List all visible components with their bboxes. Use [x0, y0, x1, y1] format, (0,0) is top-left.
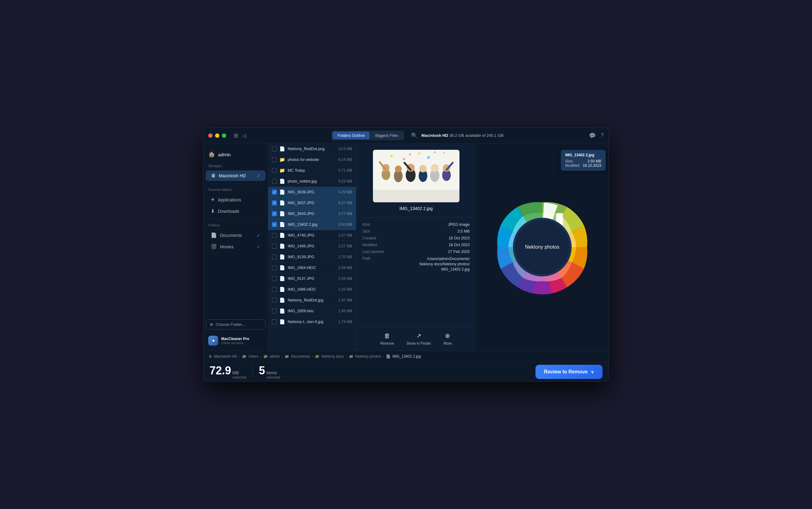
breadcrumb-item-documents[interactable]: 📁 Documents	[285, 354, 310, 359]
created-label: Created	[362, 236, 384, 240]
breadcrumb-item-admin[interactable]: 📁 admin	[263, 354, 280, 359]
file-breadcrumb-icon: 📄	[386, 354, 391, 359]
file-list-item[interactable]: 📄IMG_1964.HEIC2.58 MB	[268, 263, 356, 273]
file-checkbox[interactable]	[272, 146, 277, 151]
tooltip-size-label: Size:	[565, 159, 574, 163]
breadcrumb-item-nektony-photos[interactable]: 📁 Nektony photos	[349, 354, 381, 359]
back-icon[interactable]: ◁	[242, 132, 246, 139]
choose-folder-button[interactable]: ⊕ Choose Folder...	[206, 319, 265, 330]
movies-check-icon: ✓	[257, 244, 260, 249]
sidebar-storage-name: Macintosh HD	[219, 173, 246, 178]
file-size: 2.58 MB	[338, 266, 352, 270]
file-checkbox[interactable]	[272, 309, 277, 313]
file-list-panel: 📄Nektony_RedDot.png12.0 MB📁photos for we…	[268, 144, 356, 350]
preview-image	[373, 150, 459, 202]
sidebar-toggle-icon[interactable]: ⊞	[234, 132, 238, 139]
show-in-finder-button[interactable]: ↗ Show in Finder	[406, 332, 431, 346]
file-list-item[interactable]: 📄IMG_9137.JPG2.58 MB	[268, 273, 356, 284]
movies-icon: 🎬	[211, 244, 217, 249]
file-list-item[interactable]: 📄IMG_1466.JPG3.27 MB	[268, 241, 356, 252]
sidebar-item-applications[interactable]: ✈ Applications	[206, 194, 265, 205]
file-list-item[interactable]: 📁photos for website8.16 MB	[268, 155, 356, 165]
file-checkbox[interactable]: ✓	[272, 222, 277, 227]
biggest-files-tab[interactable]: Biggest Files	[370, 132, 403, 139]
more-button[interactable]: ⊕ More	[444, 332, 452, 346]
file-list-item[interactable]: ✓📄IMG_3639.JPG4.29 MB	[268, 187, 356, 198]
file-list-item[interactable]: 📄IMG_9139.JPG2.70 MB	[268, 252, 356, 263]
file-list-item[interactable]: 📄IMG_4740.JPG3.37 MB	[268, 230, 356, 241]
review-to-remove-button[interactable]: Review to Remove ∨	[535, 365, 603, 379]
file-list-item[interactable]: ✓📄IMG_3637.JPG4.27 MB	[268, 198, 356, 208]
file-list-item[interactable]: 📄Nektony_RedDot.jpg1.97 MB	[268, 295, 356, 306]
sidebar-divider-2	[208, 219, 263, 219]
file-checkbox[interactable]: ✓	[272, 211, 277, 216]
items-count-number: 5	[259, 364, 265, 377]
file-checkbox[interactable]	[272, 179, 277, 184]
file-checkbox[interactable]	[272, 168, 277, 173]
file-checkbox[interactable]: ✓	[272, 190, 277, 195]
file-list-item[interactable]: 📄Nektony_RedDot.png12.0 MB	[268, 144, 356, 155]
svg-point-3	[409, 154, 411, 155]
svg-rect-24	[373, 190, 459, 202]
created-value: 18 Oct 2023	[390, 236, 469, 240]
breadcrumb-sep-1: ›	[239, 354, 240, 359]
sidebar-divider-1	[208, 184, 263, 184]
file-checkbox[interactable]: ✓	[272, 200, 277, 205]
minimize-button[interactable]	[215, 133, 219, 138]
file-list-item[interactable]: 📁MC Today5.71 MB	[268, 165, 356, 176]
file-list-item[interactable]: 📄photo_reddot.jpg5.22 MB	[268, 176, 356, 187]
folder-nektony-docs-icon: 📁	[315, 354, 320, 359]
file-checkbox[interactable]	[272, 157, 277, 162]
svg-point-7	[434, 151, 436, 153]
breadcrumb-item-nektony-docs[interactable]: 📁 Nektony docs	[315, 354, 344, 359]
file-list-item[interactable]: 📄IMG_1959.heic1.89 MB	[268, 306, 356, 316]
sidebar-item-documents[interactable]: 📄 Documents ✓	[206, 230, 265, 241]
file-checkbox[interactable]	[272, 298, 277, 303]
file-name: MC Today	[288, 168, 336, 173]
help-icon[interactable]: ?	[600, 132, 604, 139]
close-button[interactable]	[208, 133, 213, 138]
sidebar-item-downloads[interactable]: ⬇ Downloads	[206, 206, 265, 216]
sidebar-item-movies[interactable]: 🎬 Movies ✓	[206, 241, 265, 252]
file-size: 1.89 MB	[338, 309, 352, 313]
file-size: 8.16 MB	[338, 158, 352, 162]
chat-icon[interactable]: 💬	[589, 132, 596, 139]
remove-button[interactable]: 🗑 Remove	[380, 332, 394, 346]
items-label: Items	[266, 370, 280, 375]
file-checkbox[interactable]	[272, 244, 277, 249]
file-name: IMG_1964.HEIC	[288, 266, 336, 270]
breadcrumb-item-users[interactable]: 📁 Users	[242, 354, 258, 359]
folder-icon: 📁	[279, 168, 285, 173]
more-icon: ⊕	[445, 332, 450, 339]
folder-documents-icon: 📁	[285, 354, 289, 359]
file-icon: 📄	[279, 265, 285, 271]
sidebar-item-macintosh-hd[interactable]: 🖥 Macintosh HD ✓	[206, 170, 265, 181]
file-name: IMG_9137.JPG	[288, 276, 336, 281]
breadcrumb-nektony-docs: Nektony docs	[321, 354, 344, 359]
file-checkbox[interactable]	[272, 276, 277, 281]
file-list-item[interactable]: 📄Nektony-t...tion-0.jpg1.79 MB	[268, 316, 356, 328]
file-checkbox[interactable]	[272, 233, 277, 238]
file-list-item[interactable]: 📄IMG_1986.HEIC2.20 MB	[268, 284, 356, 295]
file-icon: 📄	[279, 319, 285, 325]
file-list-item[interactable]: ✓📄IMG_13402 2.jpg3.50 MB	[268, 219, 356, 230]
brand-logo: ✦	[208, 336, 218, 346]
file-list-item[interactable]: ✓📄IMG_3643.JPG3.77 MB	[268, 208, 356, 219]
breadcrumb-sep-2: ›	[260, 354, 261, 359]
file-checkbox[interactable]	[272, 254, 277, 260]
brand-text: MacCleaner Pro Clean up more	[221, 337, 249, 345]
titlebar-right: 💬 ?	[589, 132, 604, 139]
file-name: IMG_9139.JPG	[288, 255, 336, 259]
home-icon: 🏠	[208, 151, 215, 158]
maximize-button[interactable]	[222, 133, 226, 138]
sidebar: 🏠 admin Storages 🖥 Macintosh HD ✓ Favori…	[203, 144, 268, 350]
file-name: IMG_3637.JPG	[288, 201, 336, 205]
file-checkbox[interactable]	[272, 265, 277, 270]
downloads-label: Downloads	[218, 209, 239, 214]
file-checkbox[interactable]	[272, 319, 277, 324]
file-checkbox[interactable]	[272, 287, 277, 292]
selected-size: 72.9 MB selected	[209, 364, 246, 380]
folders-outline-tab[interactable]: Folders Outline	[332, 132, 369, 139]
search-icon[interactable]: 🔍	[411, 132, 418, 139]
choose-folder-label: Choose Folder...	[216, 322, 245, 327]
